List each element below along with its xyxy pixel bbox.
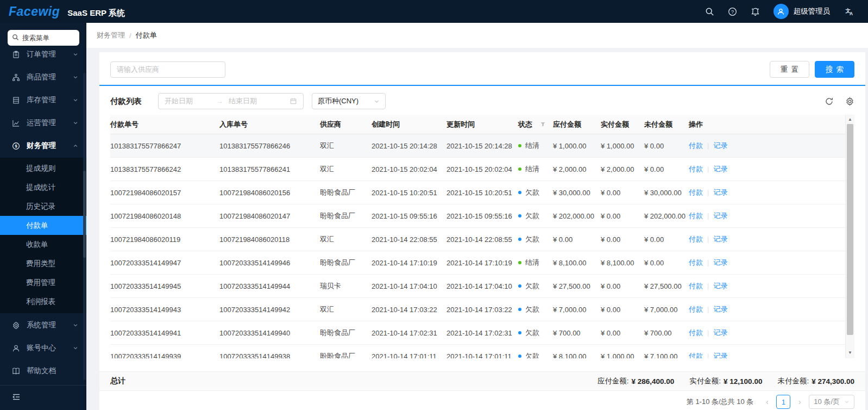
pay-action-link[interactable]: 付款 [689,282,703,290]
table-row[interactable]: 100720333514149939100720333514149938盼盼食品… [110,345,845,358]
pay-action-link[interactable]: 付款 [689,328,703,337]
calendar-icon [290,97,297,105]
column-header-label: 实付金额 [601,120,629,128]
sidebar-search-input[interactable] [22,34,74,42]
supplier-input[interactable] [110,61,225,78]
sidebar-item-goods[interactable]: 商品管理 [0,66,86,88]
list-title: 付款列表 [110,96,142,107]
pay-action-link[interactable]: 付款 [689,188,703,196]
table-row[interactable]: 100720333514149945100720333514149944瑞贝卡2… [110,275,845,298]
cell-status: 欠款 [510,328,544,338]
search-icon[interactable] [705,7,714,16]
sidebar-item-label: 账号中心 [27,343,66,353]
column-header-label: 未付金额 [644,120,672,128]
scroll-up-arrow[interactable]: ▲ [846,117,854,122]
pay-action-link[interactable]: 付款 [689,141,703,150]
breadcrumb-parent[interactable]: 财务管理 [97,30,125,40]
cell-payable: ¥ 7,000.00 [544,306,592,314]
page-size-select[interactable]: 10 条/页 [809,395,854,409]
pay-action-link[interactable]: 付款 [689,352,703,358]
scroll-down-arrow[interactable]: ▼ [846,350,854,355]
help-icon [12,367,20,375]
goods-icon [12,73,20,82]
currency-select[interactable]: 原币种(CNY) [312,93,386,109]
sidebar-item-account[interactable]: 账号中心 [0,337,86,359]
page-number-button[interactable]: 1 [776,395,790,409]
notification-bell-icon[interactable] [751,7,760,16]
sidebar-item-finance[interactable]: $财务管理 [0,135,86,157]
search-button[interactable]: 搜索 [815,61,854,78]
record-action-link[interactable]: 记录 [713,141,727,150]
date-end-placeholder[interactable]: 结束日期 [229,96,284,106]
pay-action-link[interactable]: 付款 [689,165,703,173]
sidebar-collapse[interactable] [0,385,86,410]
record-action-link[interactable]: 记录 [713,258,727,266]
record-action-link[interactable]: 记录 [713,305,727,313]
sidebar-subitem[interactable]: 付款单 [0,216,86,235]
prev-page-button[interactable]: ‹ [762,397,772,406]
sidebar-item-help[interactable]: 帮助文档 [0,360,86,382]
translate-icon[interactable]: 文A [844,7,854,16]
record-action-link[interactable]: 记录 [713,188,727,196]
chevron-down-icon [844,399,850,405]
date-range-picker[interactable]: 开始日期 → 结束日期 [158,93,304,109]
cell-unpaid: ¥ 7,100.00 [636,352,680,359]
table-row[interactable]: 101383175577866247101383175577866246双汇20… [110,134,845,158]
sidebar-item-system[interactable]: 系统管理 [0,314,86,336]
refresh-icon[interactable] [825,97,834,106]
table-row[interactable]: 100721984086020157100721984086020156盼盼食品… [110,181,845,204]
cell-updated_at: 2021-10-14 17:02:31 [438,329,510,337]
cell-updated_at: 2021-10-14 17:10:19 [438,259,510,267]
pay-action-link[interactable]: 付款 [689,305,703,313]
cell-status: 欠款 [510,281,544,291]
table-row[interactable]: 100721984086020148100721984086020147盼盼食品… [110,204,845,228]
table-scrollbar[interactable]: ▲ ▼ [845,115,854,358]
record-action-link[interactable]: 记录 [713,165,727,173]
sidebar-item-operations[interactable]: 运营管理 [0,112,86,134]
table-row[interactable]: 100720333514149947100720333514149946盼盼食品… [110,251,845,275]
pay-action-link[interactable]: 付款 [689,235,703,243]
sidebar-subitem[interactable]: 收款单 [0,235,86,254]
table-row[interactable]: 100720333514149943100720333514149942双汇20… [110,298,845,321]
settings-gear-icon[interactable] [845,97,854,106]
column-header: 入库单号 [211,120,311,129]
cell-supplier: 盼盼食品厂 [311,351,363,358]
user-menu[interactable]: 超级管理员 [773,4,831,19]
sidebar-menu: 订单管理商品管理库存管理运营管理$财务管理提成规则提成统计历史记录付款单收款单费… [0,51,86,385]
date-start-placeholder[interactable]: 开始日期 [165,96,211,106]
record-action-link[interactable]: 记录 [713,212,727,220]
sidebar-scrollbar-thumb[interactable] [83,171,86,258]
scrollbar-thumb[interactable] [847,124,853,335]
sidebar-subitem-label: 费用类型 [26,259,55,269]
cell-updated_at: 2021-10-15 20:14:28 [438,142,510,150]
pay-action-link[interactable]: 付款 [689,212,703,220]
sidebar-scrollbar[interactable] [83,73,86,380]
table-row[interactable]: 101383175577866242101383175577866241双汇20… [110,158,845,181]
record-action-link[interactable]: 记录 [713,235,727,243]
sidebar-item-order[interactable]: 订单管理 [0,51,86,65]
sidebar-subitem[interactable]: 提成统计 [0,178,86,197]
record-action-link[interactable]: 记录 [713,352,727,358]
action-divider: | [707,165,709,173]
sidebar-search[interactable] [8,30,79,46]
breadcrumb-current: 付款单 [136,30,157,40]
column-header: 未付金额 [636,120,680,129]
reset-button[interactable]: 重置 [770,61,809,78]
next-page-button[interactable]: › [795,397,804,406]
help-icon[interactable]: ? [728,7,737,16]
sidebar-item-inventory[interactable]: 库存管理 [0,89,86,111]
record-action-link[interactable]: 记录 [713,328,727,337]
record-action-link[interactable]: 记录 [713,282,727,290]
table-row[interactable]: 100720333514149941100720333514149940盼盼食品… [110,321,845,345]
sidebar-subitem[interactable]: 提成规则 [0,159,86,178]
cell-unpaid: ¥ 0.00 [636,259,680,267]
cell-status: 欠款 [510,351,544,358]
sidebar-subitem[interactable]: 费用管理 [0,273,86,292]
table-row[interactable]: 100721984086020119100721984086020118双汇20… [110,228,845,251]
sidebar-subitem[interactable]: 费用类型 [0,254,86,273]
total-paid-value: ¥ 12,100.00 [724,377,762,386]
pay-action-link[interactable]: 付款 [689,258,703,266]
cell-inbound_no: 100720333514149946 [211,259,311,267]
sidebar-subitem[interactable]: 利润报表 [0,292,86,311]
sidebar-subitem[interactable]: 历史记录 [0,197,86,216]
